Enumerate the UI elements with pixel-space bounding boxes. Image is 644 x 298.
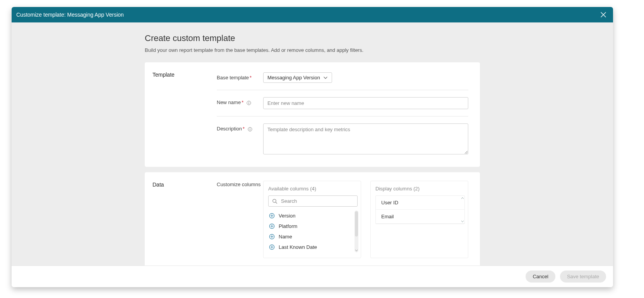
section-label-template: Template: [152, 71, 217, 156]
template-card: Template Base template* Messaging App Ve…: [145, 62, 480, 167]
display-scrollbar[interactable]: [461, 196, 464, 224]
available-column-item: Name: [268, 231, 351, 242]
required-marker: *: [243, 126, 245, 132]
available-search-input[interactable]: [268, 195, 358, 207]
display-column-item[interactable]: Email: [376, 210, 464, 224]
label-description: Description*: [217, 123, 263, 132]
plus-circle-icon: [269, 223, 275, 229]
dialog-title: Customize template: Messaging App Versio…: [16, 12, 598, 18]
info-icon[interactable]: [247, 101, 251, 105]
close-icon: [600, 11, 607, 18]
label-description-text: Description: [217, 126, 242, 132]
display-columns-title: Display columns (2): [375, 186, 465, 192]
description-textarea[interactable]: [263, 123, 468, 154]
available-columns-panel: Available columns (4): [263, 181, 361, 258]
display-column-label: User ID: [381, 200, 398, 206]
scroll-up-icon: [461, 196, 464, 200]
cancel-button[interactable]: Cancel: [526, 271, 555, 283]
required-marker: *: [242, 99, 243, 105]
svg-rect-5: [250, 129, 250, 130]
available-columns-list: Version Platform: [268, 211, 358, 252]
available-column-label: Last Known Date: [279, 244, 317, 250]
available-columns-title: Available columns (4): [268, 186, 358, 192]
search-icon: [272, 199, 277, 204]
field-base-template: Base template* Messaging App Version: [217, 71, 468, 90]
label-base-template: Base template*: [217, 72, 263, 80]
required-marker: *: [250, 75, 252, 80]
available-column-label: Name: [279, 234, 292, 240]
info-icon[interactable]: [248, 127, 252, 132]
base-template-value: Messaging App Version: [267, 75, 320, 80]
data-card: Data Customize columns Available columns…: [145, 172, 480, 265]
dialog-header: Customize template: Messaging App Versio…: [12, 7, 613, 22]
new-name-input[interactable]: [263, 97, 468, 109]
dialog: Customize template: Messaging App Versio…: [12, 7, 613, 287]
available-column-label: Platform: [279, 223, 297, 229]
display-columns-list: User ID Email: [375, 195, 465, 224]
plus-circle-icon: [269, 244, 275, 250]
chevron-down-icon: [323, 75, 328, 80]
scroll-down-icon: [355, 248, 358, 252]
display-column-label: Email: [381, 214, 394, 219]
page-title: Create custom template: [145, 33, 480, 43]
available-column-label: Version: [279, 213, 295, 219]
available-column-item: Last Known Date: [268, 242, 351, 252]
scrollbar-thumb[interactable]: [355, 211, 358, 236]
label-base-template-text: Base template: [217, 75, 249, 80]
page-subtitle: Build your own report template from the …: [145, 47, 480, 53]
base-template-select[interactable]: Messaging App Version: [263, 72, 332, 83]
svg-point-1: [248, 101, 249, 102]
add-column-button[interactable]: [269, 223, 275, 229]
dialog-footer: Cancel Save template: [12, 265, 613, 287]
available-column-item: Version: [268, 211, 351, 221]
section-label-data: Data: [152, 181, 217, 258]
svg-rect-2: [248, 103, 249, 104]
svg-line-7: [276, 202, 277, 203]
label-customize-columns: Customize columns: [217, 181, 263, 187]
save-template-button[interactable]: Save template: [560, 271, 606, 283]
available-scrollbar[interactable]: [355, 211, 358, 252]
close-button[interactable]: [598, 10, 608, 20]
plus-circle-icon: [269, 213, 275, 219]
available-search-wrap: [268, 195, 358, 207]
svg-point-4: [250, 128, 250, 128]
label-new-name: New name*: [217, 97, 263, 105]
display-columns-panel: Display columns (2) User ID Email: [370, 181, 468, 258]
plus-circle-icon: [269, 234, 275, 240]
scroll-down-icon: [461, 219, 464, 224]
field-new-name: New name*: [217, 96, 468, 116]
add-column-button[interactable]: [269, 234, 275, 240]
dialog-body: Create custom template Build your own re…: [12, 22, 613, 265]
display-column-item[interactable]: User ID: [376, 196, 464, 210]
add-column-button[interactable]: [269, 244, 275, 250]
field-description: Description*: [217, 122, 468, 156]
available-column-item: Platform: [268, 221, 351, 231]
add-column-button[interactable]: [269, 213, 275, 219]
label-new-name-text: New name: [217, 99, 241, 105]
